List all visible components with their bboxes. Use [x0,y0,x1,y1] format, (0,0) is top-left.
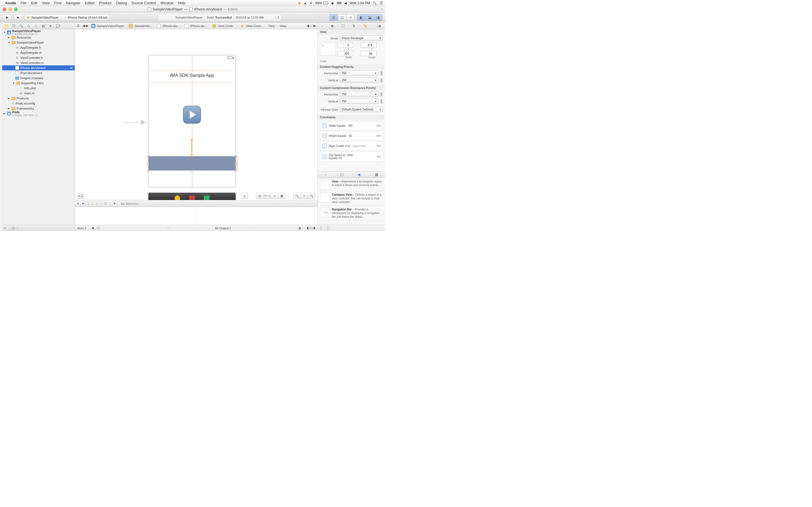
print-button[interactable]: ⓘ [97,226,100,230]
menu-extras-icon[interactable]: ☰ [380,1,383,5]
product-menu[interactable]: Product [99,1,112,5]
notifications-icon[interactable]: ▲ [304,1,307,5]
add-button[interactable]: + [4,226,6,230]
compression-h-field[interactable]: 750▾ [340,92,378,97]
bluetooth-icon[interactable]: ∗ [310,1,312,5]
zoom-actual-button[interactable]: = [301,193,308,199]
warnings-indicator[interactable]: ⚠3 [274,15,279,19]
minimize-button[interactable] [8,8,12,11]
variables-filter[interactable]: ○━ [167,226,171,230]
library-view-mode[interactable]: ☷ [319,226,322,230]
variables-view[interactable] [75,207,197,225]
file-inspector-tab[interactable]: ▫ [322,24,323,28]
back-button[interactable]: ◀ [83,24,85,27]
selected-view[interactable] [149,156,236,170]
test-navigator-tab[interactable]: ◇ [33,24,38,28]
debug-panes-toggle[interactable]: ◧☐◨ [307,226,315,230]
debug-menu[interactable]: Debug [116,1,127,5]
find-menu[interactable]: Find [54,1,61,5]
hugging-v-field[interactable]: 250▾ [340,77,378,83]
recent-filter-button[interactable]: ◷ [11,226,15,230]
output-selector[interactable]: All Output ‡ [215,226,231,230]
breakpoint-navigator-tab[interactable]: ➤ [48,24,53,28]
pin-button[interactable]: ⊢⊣ [263,193,271,199]
connections-inspector-tab[interactable]: →◉ [375,24,381,28]
constraint-width[interactable]: Width Equals: 320⚙▾ [320,121,383,130]
entry-point-arrow[interactable] [123,119,146,125]
source-control-menu[interactable]: Source Control [132,1,156,5]
x-field[interactable] [338,43,353,48]
hide-debug-button[interactable]: ▾ [77,202,79,205]
edit-menu[interactable]: Edit [31,1,37,5]
scm-filter-button[interactable]: ▫ [17,226,18,230]
step-out-button[interactable]: ↑ [96,202,98,205]
constraint-centerx[interactable]: Align Center X to: Superview⚙▾ [320,142,383,151]
zoom-button[interactable] [14,8,17,11]
forward-button[interactable]: ▶ [86,24,88,27]
keyboard-icon[interactable]: ⌨ [337,1,342,5]
attributes-inspector-tab[interactable]: ⇅ [352,24,355,28]
title-label[interactable]: IMA SDK Sample App [149,73,236,78]
console-view[interactable] [197,207,318,225]
play-button-image[interactable] [183,106,201,124]
document-outline-toggle[interactable]: ▸☰ [77,193,85,199]
form-factor-button[interactable]: ▯ [241,193,248,199]
version-editor-button[interactable]: ↗ [346,14,355,21]
intrinsic-size-selector[interactable]: Default (System Defined)‡ [340,107,383,112]
y-field[interactable] [361,43,377,48]
wifi-icon[interactable]: ◉ [331,1,334,5]
zoom-out-button[interactable]: 🔍 [293,193,301,199]
align-button[interactable]: ⊟ [256,193,263,199]
location-button[interactable]: ➤ [113,202,116,205]
editor-menu[interactable]: Editor [85,1,94,5]
ib-canvas[interactable]: IMA SDK Sample App ▸☰ ▯ [75,29,317,200]
battery-status[interactable]: 99% [315,1,328,5]
window-menu[interactable]: Window [160,1,173,5]
app-menu[interactable]: Xcode [5,1,16,5]
step-in-button[interactable]: ↓ [92,202,93,205]
height-field[interactable] [361,51,377,56]
zoom-in-button[interactable]: 🔍 [308,193,315,199]
view-menu[interactable]: View [42,1,50,5]
find-navigator-tab[interactable]: 🔍 [18,24,24,28]
volume-icon[interactable]: ◀ [344,1,347,5]
quicklook-button[interactable]: ◉ [92,226,94,230]
sync-icon[interactable]: ◉ [298,1,301,5]
help-menu[interactable]: Help [178,1,186,5]
file-menu[interactable]: File [20,1,27,5]
toggle-utilities-button[interactable]: ◨ [374,14,382,21]
toggle-debug-button[interactable]: ⬓ [365,14,374,21]
resizing-button[interactable]: ▦ [278,193,285,199]
related-items-button[interactable]: ☰ [77,24,80,27]
code-snippet-library-tab[interactable]: { } [340,173,343,177]
library-item-view[interactable]: View – Represents a rectangular region i… [318,178,385,191]
close-button[interactable] [3,8,6,11]
library-item-container[interactable]: Container View – Defines a region of a v… [318,191,385,206]
jump-bar[interactable]: ☰ | ◀ ▶ | ◉SampleVideoPlayer〉 SampleVid.… [75,22,317,29]
spotlight-icon[interactable]: 🔍 [373,1,377,5]
constraint-height[interactable]: Height Equals: 50⚙▾ [320,131,383,140]
clear-console-button[interactable]: 🗑 [298,226,301,230]
project-navigator-tab[interactable]: 📁 [4,24,9,28]
hugging-h-field[interactable]: 250▾ [340,70,378,76]
project-tree[interactable]: ▼◉ SampleVideoPlayer2 targets, iOS SDK 7… [2,29,75,225]
clock[interactable]: Wed 2:04 PM [350,1,370,5]
size-inspector-tab[interactable]: 📏 [363,24,367,28]
constraint-topspace[interactable]: Top Space to: ViewEquals: 61⚙▾ [320,152,383,162]
compression-v-field[interactable]: 750▾ [340,99,378,104]
width-field[interactable] [338,51,353,56]
log-navigator-tab[interactable]: 💬 [55,24,60,28]
show-selector[interactable]: Frame Rectangle‡ [340,36,383,41]
media-library-tab[interactable]: ▦ [375,173,378,177]
resolve-button[interactable]: ⊸ [271,193,278,199]
run-button[interactable]: ▶ [3,14,11,21]
navigate-menu[interactable]: Navigate [66,1,80,5]
toggle-navigator-button[interactable]: ◧ [357,14,365,21]
object-library-tab[interactable]: ◉ [358,173,361,177]
debug-navigator-tab[interactable]: ▤ [41,24,46,28]
fullscreen-button[interactable]: ⤢ [380,7,383,11]
library-filter-field[interactable]: ◯ [326,226,384,230]
standard-editor-button[interactable]: ☰ [329,14,338,21]
symbol-navigator-tab[interactable]: ☷ [11,24,16,28]
variables-scope-selector[interactable]: Auto ‡ [77,226,86,230]
